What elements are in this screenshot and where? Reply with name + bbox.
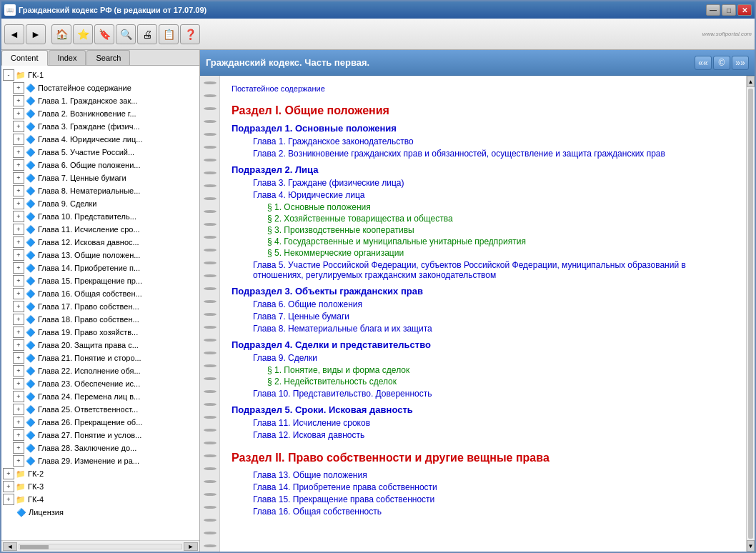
maximize-button[interactable]: □ — [722, 4, 736, 16]
toolbar-btn-1[interactable]: 🏠 — [51, 24, 71, 44]
list-item[interactable]: + 🔷 Глава 18. Право собствен... — [1, 313, 199, 326]
item-expand[interactable]: + — [13, 442, 24, 454]
list-item[interactable]: + 🔷 Глава 27. Понятие и услов... — [1, 429, 199, 442]
scroll-up-btn[interactable]: ▲ — [747, 76, 755, 87]
item-expand[interactable]: + — [3, 481, 14, 492]
list-item[interactable]: + 📁 ГК-3 — [1, 480, 199, 493]
list-item[interactable]: + 🔷 Постатейное содержание — [1, 81, 199, 94]
chapter-link[interactable]: Глава 9. Сделки — [253, 353, 735, 363]
chapter-link[interactable]: Глава 15. Прекращение права собственност… — [253, 494, 735, 504]
list-item[interactable]: + 🔷 Глава 23. Обеспечение ис... — [1, 377, 199, 390]
para-link[interactable]: § 2. Хозяйственные товарищества и общест… — [267, 214, 735, 224]
scroll-right-btn[interactable]: ► — [184, 542, 198, 551]
list-item[interactable]: + 🔷 Глава 29. Изменение и ра... — [1, 454, 199, 467]
item-expand[interactable]: + — [3, 494, 14, 505]
item-expand[interactable]: + — [13, 288, 24, 299]
list-item[interactable]: + 🔷 Глава 21. Понятие и сторо... — [1, 352, 199, 364]
toolbar-btn-2[interactable]: ⭐ — [73, 24, 93, 44]
list-item[interactable]: + 🔷 Глава 6. Общие положени... — [1, 159, 199, 171]
list-item[interactable]: + 🔷 Глава 28. Заключение до... — [1, 442, 199, 454]
chapter-link[interactable]: Глава 6. Общие положения — [253, 299, 735, 309]
list-item[interactable]: + 🔷 Глава 19. Право хозяйств... — [1, 326, 199, 339]
chapter-link[interactable]: Глава 14. Приобретение права собственнос… — [253, 482, 735, 492]
close-button[interactable]: ✕ — [737, 4, 752, 16]
chapter-link[interactable]: Глава 2. Возникновение гражданских прав … — [253, 149, 735, 159]
list-item[interactable]: + 🔷 Глава 25. Ответственност... — [1, 403, 199, 416]
list-item[interactable]: + 🔷 Глава 3. Граждане (физич... — [1, 120, 199, 133]
item-expand[interactable]: + — [13, 172, 24, 184]
list-item[interactable]: + 🔷 Глава 11. Исчисление сро... — [1, 223, 199, 236]
toolbar-btn-7[interactable]: ❓ — [180, 24, 200, 44]
list-item[interactable]: + 🔷 Глава 12. Исковая давнос... — [1, 236, 199, 249]
list-item[interactable]: + 🔷 Глава 4. Юридические лиц... — [1, 133, 199, 146]
hscroll-thumb[interactable] — [20, 545, 49, 549]
item-expand[interactable]: + — [13, 249, 24, 261]
list-item[interactable]: + 🔷 Глава 13. Общие положен... — [1, 249, 199, 261]
tree-root[interactable]: - 📁 ГК-1 — [1, 69, 199, 81]
item-expand[interactable]: + — [13, 108, 24, 119]
list-item[interactable]: + 🔷 Глава 7. Ценные бумаги — [1, 171, 199, 184]
content-area[interactable]: Постатейное содержание Раздел I. Общие п… — [220, 76, 746, 552]
item-expand[interactable]: + — [13, 146, 24, 158]
chapter-link-long[interactable]: Глава 5. Участие Российской Федерации, с… — [253, 260, 735, 280]
chapter-link[interactable]: Глава 13. Общие положения — [253, 470, 735, 480]
item-expand[interactable]: + — [13, 429, 24, 441]
list-item[interactable]: + 🔷 Глава 5. Участие Россий... — [1, 146, 199, 159]
nav-prev-prev[interactable]: «« — [695, 56, 712, 70]
item-expand[interactable]: + — [13, 211, 24, 222]
list-item[interactable]: + 🔷 Глава 24. Перемена лиц в... — [1, 390, 199, 403]
para-link[interactable]: § 3. Производственные кооперативы — [267, 225, 735, 235]
item-expand[interactable]: + — [13, 404, 24, 415]
tab-content[interactable]: Content — [1, 50, 48, 66]
chapter-link[interactable]: Глава 8. Нематериальные блага и их защит… — [253, 324, 735, 334]
tab-search[interactable]: Search — [86, 50, 130, 65]
item-expand[interactable]: + — [13, 314, 24, 325]
item-expand[interactable]: + — [13, 82, 24, 94]
chapter-link[interactable]: Глава 4. Юридические лица — [253, 190, 735, 200]
tree-container[interactable]: - 📁 ГК-1 + 🔷 Постатейное содержание + 🔷 … — [1, 66, 199, 540]
tab-index[interactable]: Index — [49, 50, 86, 65]
item-expand[interactable]: + — [13, 134, 24, 145]
list-item[interactable]: + 🔷 Глава 9. Сделки — [1, 197, 199, 210]
list-item[interactable]: + 🔷 Глава 8. Нематериальные... — [1, 184, 199, 197]
list-item[interactable]: + 🔷 Глава 1. Гражданское зак... — [1, 94, 199, 107]
list-item[interactable]: + 📁 ГК-4 — [1, 493, 199, 506]
nav-prev[interactable]: © — [713, 56, 730, 70]
scroll-down-btn[interactable]: ▼ — [747, 540, 755, 552]
list-item[interactable]: + 🔷 Глава 17. Право собствен... — [1, 300, 199, 313]
item-expand[interactable]: + — [13, 121, 24, 132]
list-item[interactable]: + 🔷 Глава 22. Исполнение обя... — [1, 364, 199, 377]
item-expand[interactable]: + — [13, 391, 24, 402]
root-expand[interactable]: - — [3, 69, 14, 81]
content-subtitle-link[interactable]: Постатейное содержание — [232, 84, 735, 93]
toolbar-btn-4[interactable]: 🔍 — [116, 24, 136, 44]
chapter-link[interactable]: Глава 11. Исчисление сроков — [253, 418, 735, 428]
item-expand[interactable]: + — [13, 352, 24, 364]
item-expand[interactable]: + — [13, 378, 24, 389]
item-expand[interactable]: + — [13, 262, 24, 274]
list-item[interactable]: + 📁 ГК-2 — [1, 467, 199, 480]
item-expand[interactable]: + — [3, 468, 14, 479]
chapter-link[interactable]: Глава 16. Общая собственность — [253, 507, 735, 517]
para-link[interactable]: § 1. Понятие, виды и форма сделок — [267, 365, 735, 375]
item-expand[interactable]: + — [13, 185, 24, 196]
back-button[interactable]: ◄ — [4, 24, 24, 44]
toolbar-btn-3[interactable]: 🔖 — [94, 24, 114, 44]
list-item[interactable]: + 🔷 Глава 16. Общая собствен... — [1, 287, 199, 300]
toolbar-btn-6[interactable]: 📋 — [159, 24, 179, 44]
list-item[interactable]: + 🔷 Глава 2. Возникновение г... — [1, 107, 199, 120]
item-expand[interactable]: + — [13, 339, 24, 351]
para-link[interactable]: § 5. Некоммерческие организации — [267, 248, 735, 258]
item-expand[interactable]: + — [13, 301, 24, 312]
toolbar-btn-5[interactable]: 🖨 — [137, 24, 157, 44]
chapter-link[interactable]: Глава 3. Граждане (физические лица) — [253, 178, 735, 188]
para-link[interactable]: § 1. Основные положения — [267, 202, 735, 212]
item-expand[interactable]: + — [13, 198, 24, 209]
vertical-scrollbar[interactable]: ▲ ▼ — [746, 76, 755, 552]
item-expand[interactable]: + — [13, 236, 24, 248]
list-item[interactable]: + 🔷 Глава 10. Представитель... — [1, 210, 199, 223]
item-expand[interactable]: + — [13, 95, 24, 106]
para-link[interactable]: § 4. Государственные и муниципальные уни… — [267, 236, 735, 246]
scroll-thumb[interactable] — [748, 89, 753, 539]
nav-next[interactable]: »» — [732, 56, 749, 70]
